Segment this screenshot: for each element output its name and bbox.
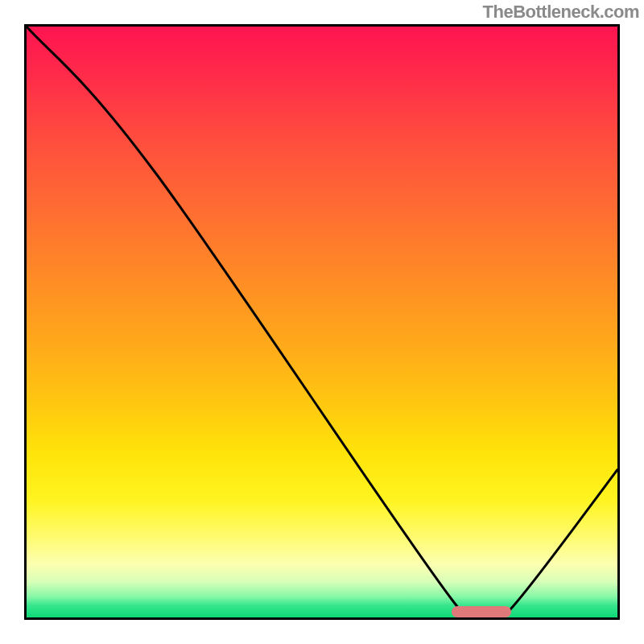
- curve-path: [27, 27, 617, 617]
- chart-frame: [24, 24, 620, 620]
- optimal-range-marker: [452, 606, 510, 617]
- bottleneck-curve: [27, 27, 617, 617]
- attribution-text: TheBottleneck.com: [483, 2, 639, 23]
